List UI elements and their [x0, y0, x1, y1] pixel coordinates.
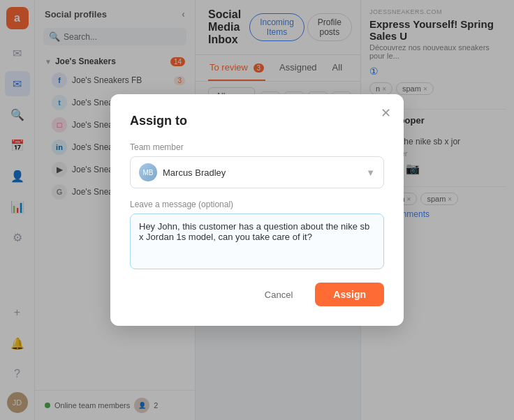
selected-member-name: Marcus Bradley	[163, 167, 226, 178]
member-avatar: MB	[139, 163, 157, 181]
message-label: Leave a message (optional)	[130, 200, 384, 209]
modal-title: Assign to	[130, 114, 384, 128]
message-textarea[interactable]: Hey John, this customer has a question a…	[130, 213, 384, 269]
cancel-button[interactable]: Cancel	[249, 283, 308, 306]
assign-to-modal: Assign to ✕ Team member MB Marcus Bradle…	[110, 94, 404, 326]
team-member-label: Team member	[130, 142, 384, 152]
member-info: MB Marcus Bradley	[139, 163, 226, 181]
modal-actions: Cancel Assign	[130, 283, 384, 306]
select-chevron-icon: ▼	[366, 167, 375, 178]
modal-overlay: Assign to ✕ Team member MB Marcus Bradle…	[0, 0, 514, 420]
team-member-select[interactable]: MB Marcus Bradley ▼	[130, 156, 384, 188]
modal-close-button[interactable]: ✕	[381, 105, 391, 121]
assign-button[interactable]: Assign	[315, 283, 384, 306]
